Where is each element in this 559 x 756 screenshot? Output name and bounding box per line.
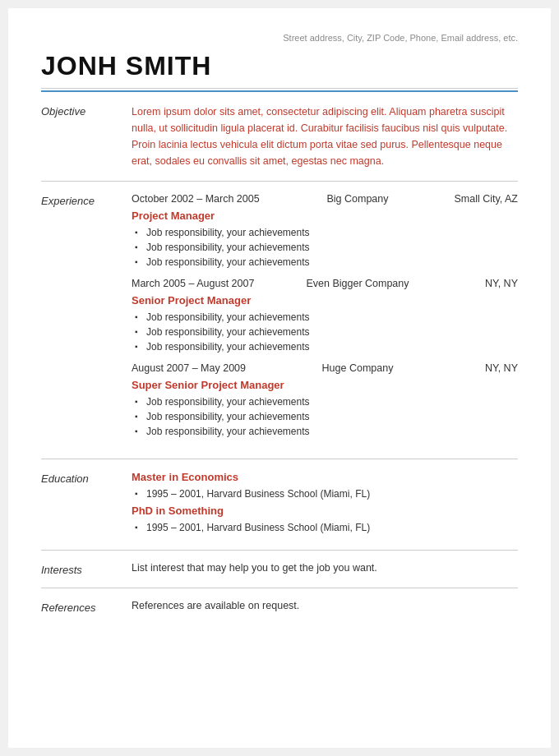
job-1-company: Big Company — [271, 193, 444, 205]
interests-label: Interests — [41, 562, 132, 576]
references-content: References are available on request. — [132, 600, 518, 614]
job-2-bullet-3: Job responsibility, your achievements — [132, 339, 518, 354]
job-1-bullets: Job responsibility, your achievements Jo… — [132, 225, 518, 270]
address-bar: Street address, City, ZIP Code, Phone, E… — [41, 33, 518, 43]
resume-page: Street address, City, ZIP Code, Phone, E… — [8, 8, 551, 748]
references-section: References References are available on r… — [41, 588, 518, 625]
education-section: Education Master in Economics 1995 – 200… — [41, 459, 518, 551]
job-1: October 2002 – March 2005 Big Company Sm… — [132, 193, 518, 270]
job-3-bullet-2: Job responsibility, your achievements — [132, 409, 518, 424]
interests-content: List interest that may help you to get t… — [132, 562, 518, 576]
job-3-location: NY, NY — [444, 362, 518, 374]
edu-degree-2-title: PhD in Something — [132, 505, 518, 517]
job-1-title: Project Manager — [132, 210, 518, 222]
interests-text: List interest that may help you to get t… — [132, 562, 518, 574]
objective-label: Objective — [41, 104, 132, 169]
job-3-company: Huge Company — [271, 362, 444, 374]
job-3-bullet-1: Job responsibility, your achievements — [132, 394, 518, 409]
job-2-dates: March 2005 – August 2007 — [132, 278, 271, 289]
job-3-bullets: Job responsibility, your achievements Jo… — [132, 394, 518, 439]
full-name: JONH SMITH — [41, 51, 518, 81]
experience-section: Experience October 2002 – March 2005 Big… — [41, 182, 518, 459]
job-2-title: Senior Project Manager — [132, 294, 518, 307]
job-1-bullet-3: Job responsibility, your achievements — [132, 255, 518, 270]
job-2-row: March 2005 – August 2007 Even Bigger Com… — [132, 278, 518, 289]
job-2-bullet-1: Job responsibility, your achievements — [132, 310, 518, 325]
divider-gray-top — [41, 88, 518, 89]
references-text: References are available on request. — [132, 600, 518, 611]
job-3: August 2007 – May 2009 Huge Company NY, … — [132, 362, 518, 439]
job-1-bullet-1: Job responsibility, your achievements — [132, 225, 518, 240]
job-2: March 2005 – August 2007 Even Bigger Com… — [132, 278, 518, 354]
education-label: Education — [41, 471, 132, 538]
job-1-dates: October 2002 – March 2005 — [132, 193, 271, 205]
objective-content: Lorem ipsum dolor sits amet, consectetur… — [132, 104, 518, 169]
address-text: Street address, City, ZIP Code, Phone, E… — [283, 33, 518, 43]
job-1-location: Small City, AZ — [444, 193, 518, 205]
objective-section: Objective Lorem ipsum dolor sits amet, c… — [41, 92, 518, 182]
experience-content: October 2002 – March 2005 Big Company Sm… — [132, 193, 518, 447]
edu-degree-1-title: Master in Economics — [132, 471, 518, 483]
job-3-bullet-3: Job responsibility, your achievements — [132, 424, 518, 439]
edu-degree-2-detail: 1995 – 2001, Harvard Business School (Mi… — [132, 520, 518, 538]
job-3-title: Super Senior Project Manager — [132, 379, 518, 391]
job-2-location: NY, NY — [444, 278, 518, 289]
experience-label: Experience — [41, 193, 132, 447]
references-label: References — [41, 600, 132, 614]
job-2-bullets: Job responsibility, your achievements Jo… — [132, 310, 518, 354]
education-content: Master in Economics 1995 – 2001, Harvard… — [132, 471, 518, 538]
job-1-bullet-2: Job responsibility, your achievements — [132, 240, 518, 255]
job-3-row: August 2007 – May 2009 Huge Company NY, … — [132, 362, 518, 374]
job-2-company: Even Bigger Company — [271, 278, 444, 289]
job-1-row: October 2002 – March 2005 Big Company Sm… — [132, 193, 518, 205]
interests-section: Interests List interest that may help yo… — [41, 551, 518, 588]
job-2-bullet-2: Job responsibility, your achievements — [132, 325, 518, 339]
objective-text: Lorem ipsum dolor sits amet, consectetur… — [132, 104, 518, 169]
job-3-dates: August 2007 – May 2009 — [132, 362, 271, 374]
edu-degree-1-detail: 1995 – 2001, Harvard Business School (Mi… — [132, 486, 518, 505]
